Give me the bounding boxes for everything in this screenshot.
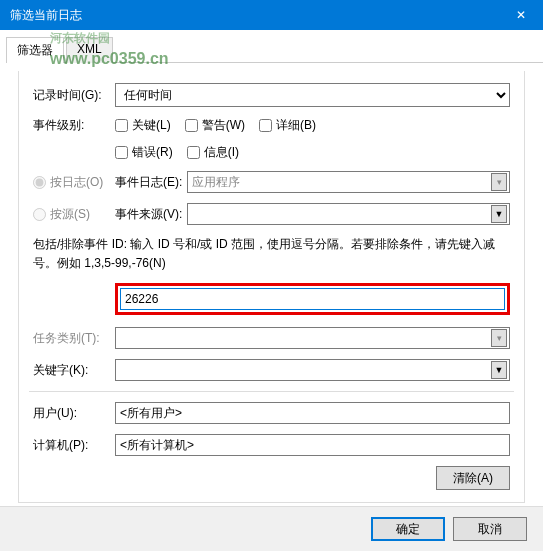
combo-event-log[interactable]: 应用程序▾ (187, 171, 510, 193)
radio-by-source[interactable]: 按源(S) (33, 206, 115, 223)
chevron-down-icon: ▼ (491, 205, 507, 223)
checkbox-info[interactable]: 信息(I) (187, 144, 239, 161)
input-user[interactable] (115, 402, 510, 424)
checkbox-critical[interactable]: 关键(L) (115, 117, 171, 134)
combo-keyword[interactable]: ▼ (115, 359, 510, 381)
cancel-button[interactable]: 取消 (453, 517, 527, 541)
close-icon: ✕ (516, 8, 526, 22)
tab-filter[interactable]: 筛选器 (6, 37, 64, 63)
label-event-log: 事件日志(E): (115, 174, 187, 191)
select-log-time[interactable]: 任何时间 (115, 83, 510, 107)
close-button[interactable]: ✕ (498, 0, 543, 30)
tab-bar: 筛选器 XML (6, 36, 543, 63)
label-keyword: 关键字(K): (33, 362, 115, 379)
input-computer[interactable] (115, 434, 510, 456)
combo-task-category: ▾ (115, 327, 510, 349)
label-event-source: 事件来源(V): (115, 206, 187, 223)
event-id-hint: 包括/排除事件 ID: 输入 ID 号和/或 ID 范围，使用逗号分隔。若要排除… (33, 235, 510, 273)
chevron-down-icon: ▾ (491, 173, 507, 191)
checkbox-verbose[interactable]: 详细(B) (259, 117, 316, 134)
chevron-down-icon: ▼ (491, 361, 507, 379)
checkbox-warning[interactable]: 警告(W) (185, 117, 245, 134)
radio-by-log[interactable]: 按日志(O) (33, 174, 115, 191)
chevron-down-icon: ▾ (491, 329, 507, 347)
combo-event-source[interactable]: ▼ (187, 203, 510, 225)
clear-button[interactable]: 清除(A) (436, 466, 510, 490)
event-id-highlight (115, 283, 510, 315)
label-computer: 计算机(P): (33, 437, 115, 454)
label-log-time: 记录时间(G): (33, 87, 115, 104)
tab-xml[interactable]: XML (66, 37, 113, 63)
input-event-id[interactable] (120, 288, 505, 310)
window-title: 筛选当前日志 (10, 7, 498, 24)
label-level: 事件级别: (33, 117, 115, 134)
ok-button[interactable]: 确定 (371, 517, 445, 541)
dialog-footer: 确定 取消 (0, 506, 543, 551)
label-task-category: 任务类别(T): (33, 330, 115, 347)
label-user: 用户(U): (33, 405, 115, 422)
checkbox-error[interactable]: 错误(R) (115, 144, 173, 161)
